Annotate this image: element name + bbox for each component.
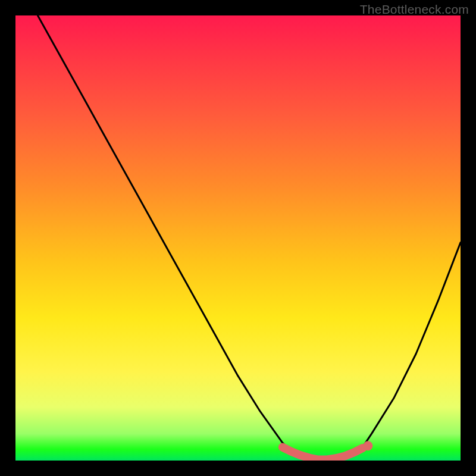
watermark-text: TheBottleneck.com	[360, 2, 469, 17]
marker-end-dot	[363, 441, 372, 450]
curve-layer	[15, 15, 461, 461]
flat-bottom-markers	[283, 441, 373, 459]
chart-frame: TheBottleneck.com	[0, 0, 476, 476]
plot-area	[15, 15, 461, 461]
marker-connector	[283, 447, 363, 460]
bottleneck-curve	[37, 15, 461, 461]
